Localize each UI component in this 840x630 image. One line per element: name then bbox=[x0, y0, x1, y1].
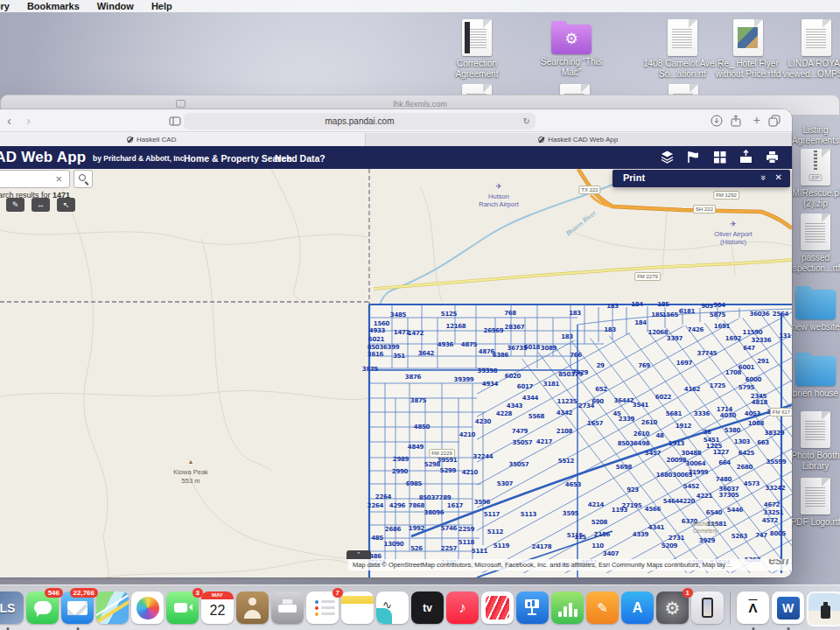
dock-item-contacts[interactable] bbox=[236, 592, 269, 624]
dock-item-downloads-stack[interactable] bbox=[807, 592, 840, 624]
apple-tv-icon: tv bbox=[411, 592, 444, 624]
parcel-number: 35057 bbox=[509, 461, 529, 468]
back-button[interactable]: ‹ bbox=[7, 113, 11, 128]
dock-item-mail[interactable]: 22,766 bbox=[61, 592, 94, 624]
parcel-number: 4030 bbox=[720, 412, 736, 419]
nav-need-data[interactable]: Need Data? bbox=[275, 153, 326, 164]
clear-search-icon[interactable]: × bbox=[55, 172, 62, 186]
map-label: ✈ bbox=[730, 220, 737, 228]
reload-icon[interactable]: ↻ bbox=[523, 113, 530, 130]
parcel-number: 1657 bbox=[587, 420, 603, 427]
parcel-number: 4230 bbox=[475, 418, 491, 425]
tab-haskell-cad[interactable]: Haskell CAD bbox=[0, 133, 366, 146]
dock-item-messages[interactable]: 546 bbox=[26, 592, 59, 624]
desktop-icon-passed-inspection[interactable]: passed inspection...rtfd bbox=[787, 214, 840, 273]
dock-item-reminders[interactable]: 7 bbox=[306, 592, 339, 624]
dock-item-pages[interactable]: ✎ bbox=[586, 592, 619, 624]
desktop-icon-brien-house[interactable]: brien house bbox=[787, 352, 840, 399]
basemap-grid-icon[interactable] bbox=[712, 150, 727, 164]
parcel-number: 766 bbox=[570, 352, 582, 359]
parcel-number: 5698 bbox=[616, 464, 632, 471]
parcel-number: 5446 bbox=[727, 507, 743, 514]
share-icon[interactable] bbox=[729, 114, 743, 128]
parcel-number: 3616 bbox=[368, 351, 383, 358]
desktop-icon-correction-agreement[interactable]: Correction Agreement bbox=[438, 19, 516, 79]
dock: LS 546 22,766 3 MAY22 bbox=[0, 584, 840, 630]
document-icon bbox=[802, 19, 831, 56]
dock-item-mls-document[interactable]: LS bbox=[0, 592, 24, 624]
measure-tool-button[interactable]: ↔ bbox=[32, 198, 50, 212]
desktop-icon-photo-booth-library[interactable]: Photo Booth Library bbox=[787, 411, 840, 471]
parcel-number: 1992 bbox=[409, 525, 424, 532]
dock-item-facetime[interactable]: 3 bbox=[166, 592, 199, 624]
dock-item-numbers[interactable] bbox=[551, 592, 584, 624]
map-label: Ranch Airport bbox=[479, 200, 518, 208]
menu-item-help[interactable]: Help bbox=[151, 1, 172, 11]
parcel-number: 7480 bbox=[716, 476, 732, 483]
layers-icon[interactable] bbox=[660, 150, 675, 164]
desktop-icon-new-website[interactable]: new website bbox=[787, 285, 840, 332]
print-icon[interactable] bbox=[765, 150, 780, 164]
parcel-number: 6425 bbox=[738, 450, 754, 457]
downloads-icon[interactable] bbox=[710, 114, 724, 128]
parcel-number: 7868 bbox=[409, 502, 424, 509]
dock-item-app-store[interactable]: A bbox=[621, 592, 654, 624]
background-window-url: lhk.flexmls.com bbox=[1, 100, 839, 108]
dock-item-lambda-app[interactable]: Λ bbox=[737, 592, 769, 624]
dock-item-apple-tv[interactable]: tv bbox=[411, 592, 444, 624]
menu-item-history[interactable]: History bbox=[0, 1, 10, 11]
collapse-panel-icon[interactable]: » bbox=[759, 175, 769, 178]
parcel-number: 647 bbox=[743, 345, 755, 352]
tab-haskell-cad-web-app[interactable]: Haskell CAD Web App bbox=[366, 133, 793, 146]
dock-item-maps[interactable] bbox=[96, 592, 129, 624]
forward-button[interactable]: › bbox=[26, 113, 31, 128]
parcel-number: 2259 bbox=[458, 526, 474, 533]
map-label: Cemetery bbox=[693, 528, 718, 534]
print-panel: Print » ✕ bbox=[612, 170, 790, 187]
desktop-icon-re-hotel-flyer[interactable]: Re_ Hotel Flyer without Price.rtfd bbox=[709, 19, 788, 79]
draw-tool-button[interactable]: ✎ bbox=[6, 198, 24, 212]
desktop-icon-listing-agreements[interactable]: Listing Agreements bbox=[787, 122, 840, 145]
parcel-number: 29 bbox=[596, 362, 604, 369]
map-label: FM 1292 bbox=[713, 191, 739, 200]
app-store-icon: A bbox=[621, 592, 654, 624]
menu-item-window[interactable]: Window bbox=[97, 1, 134, 11]
attribution-expander[interactable]: ⌃ bbox=[346, 550, 371, 559]
tab-overview-icon[interactable] bbox=[767, 114, 781, 128]
close-panel-icon[interactable]: ✕ bbox=[775, 172, 782, 182]
menu-item-bookmarks[interactable]: Bookmarks bbox=[27, 1, 80, 11]
dock-item-keynote[interactable] bbox=[516, 592, 549, 624]
url-bar[interactable]: maps.pandai.com ↻ bbox=[184, 113, 536, 130]
dock-item-iphone-mirroring[interactable] bbox=[691, 592, 724, 624]
dock-item-system-settings[interactable]: ⚙ 1 bbox=[656, 592, 689, 624]
dock-item-word[interactable]: W bbox=[772, 592, 804, 624]
menu-bar: History Bookmarks Window Help bbox=[0, 0, 840, 12]
search-button[interactable] bbox=[74, 170, 93, 188]
dock-item-music[interactable]: ♪ bbox=[446, 592, 479, 624]
parcel-number: 7929 bbox=[572, 369, 588, 376]
dock-item-calendar[interactable]: MAY22 bbox=[201, 592, 234, 624]
parcel-number: 183 bbox=[561, 333, 573, 340]
desktop-icon-lmirescue-zip[interactable]: LMIRescue.pk (2).zip bbox=[787, 149, 840, 208]
search-input[interactable]: × bbox=[0, 170, 70, 188]
map-canvas[interactable]: 3485512576818315604933147114721216826969… bbox=[0, 169, 792, 578]
dock-item-notes[interactable] bbox=[341, 592, 374, 624]
markup-icon[interactable] bbox=[686, 150, 701, 164]
desktop-icon-linda-royal[interactable]: LINDA ROYAL viewed...OMPSO bbox=[777, 19, 840, 79]
parcel-number: 184 bbox=[634, 319, 647, 326]
select-tool-button[interactable]: ↖ bbox=[57, 198, 75, 212]
sidebar-toggle-icon[interactable] bbox=[168, 114, 182, 128]
dock-item-freeform[interactable]: ∿ bbox=[376, 592, 409, 624]
export-icon[interactable] bbox=[738, 150, 753, 164]
dock-item-news[interactable] bbox=[481, 592, 514, 624]
parcel-number: 4936 bbox=[438, 341, 453, 348]
new-tab-button[interactable]: + bbox=[753, 113, 760, 128]
parcel-number: 5875 bbox=[710, 312, 725, 318]
desktop-icon-pdf-logo[interactable]: PDF Logo.rtf bbox=[787, 478, 840, 528]
tab-favicon bbox=[538, 136, 544, 143]
news-icon bbox=[481, 592, 514, 624]
desktop-icon-searching-this-mac[interactable]: ⚙ Searching “This Mac” bbox=[532, 19, 611, 77]
dock-item-printer[interactable] bbox=[271, 592, 304, 624]
dock-item-photos[interactable] bbox=[131, 592, 164, 624]
parcel-number: 5568 bbox=[528, 413, 544, 420]
